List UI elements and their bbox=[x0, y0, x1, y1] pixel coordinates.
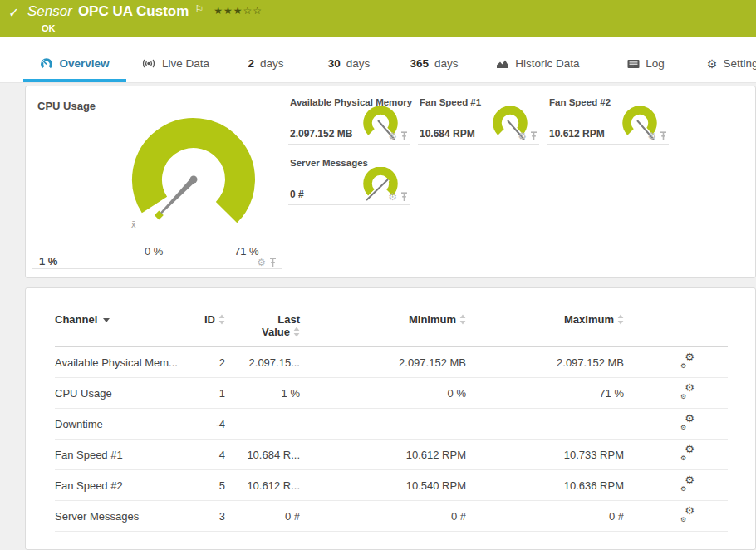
pin-icon[interactable] bbox=[400, 131, 408, 141]
last-value-cell: 0 # bbox=[225, 501, 300, 532]
gear-icon[interactable]: ⚙ bbox=[518, 131, 527, 141]
area-chart-icon bbox=[496, 59, 509, 69]
channel-name-cell[interactable]: Server Messages bbox=[55, 501, 200, 532]
fan-speed-2-card[interactable]: Fan Speed #2 10.612 RPM ⚙ bbox=[547, 95, 669, 145]
gauge-max-label: 71 % bbox=[234, 245, 259, 258]
maximum-cell: 10.636 RPM bbox=[466, 470, 624, 501]
tab-label: days bbox=[346, 57, 371, 70]
column-label: Maximum bbox=[564, 313, 614, 326]
tab-live-data[interactable]: Live Data bbox=[126, 37, 224, 82]
gear-icon[interactable]: ⚙ bbox=[647, 131, 656, 141]
channel-name-cell[interactable]: Downtime bbox=[55, 409, 200, 440]
status-badge: OK bbox=[42, 23, 56, 33]
gear-icon: ⚙ bbox=[685, 413, 695, 424]
channel-name-cell[interactable]: CPU Usage bbox=[55, 378, 200, 409]
channel-settings-gears-icon[interactable]: ⚙⚙ bbox=[680, 508, 695, 521]
gear-icon: ⚙ bbox=[685, 444, 695, 454]
flag-icon[interactable]: ⚐ bbox=[194, 3, 204, 15]
table-row: Downtime -4 ⚙⚙ bbox=[55, 409, 728, 440]
tab-2-days[interactable]: 2 days bbox=[224, 37, 307, 82]
sort-icon bbox=[218, 314, 225, 325]
column-header-channel[interactable]: Channel bbox=[55, 308, 200, 347]
channel-settings-gears-icon[interactable]: ⚙⚙ bbox=[680, 355, 695, 367]
channel-last-value: 10.684 RPM bbox=[420, 128, 475, 140]
gear-icon: ⚙ bbox=[685, 474, 695, 485]
channel-settings-gears-icon[interactable]: ⚙⚙ bbox=[680, 416, 695, 429]
channel-last-value: 10.612 RPM bbox=[549, 128, 605, 140]
maximum-cell: 2.097.152 MB bbox=[466, 347, 624, 378]
fan-speed-1-card[interactable]: Fan Speed #1 10.684 RPM ⚙ bbox=[418, 95, 539, 145]
tab-log[interactable]: Log bbox=[598, 37, 694, 82]
gear-icon: ⚙ bbox=[685, 351, 695, 362]
column-header-minimum[interactable]: Minimum bbox=[300, 308, 466, 347]
channel-settings-gears-icon[interactable]: ⚙⚙ bbox=[680, 478, 695, 490]
pin-icon[interactable] bbox=[269, 258, 277, 268]
card-tools: ⚙ bbox=[647, 131, 667, 141]
average-marker: x̄ bbox=[131, 219, 136, 229]
channel-id-cell: 4 bbox=[200, 440, 225, 470]
overview-panel: CPU Usage x̄ 0 % 71 % 1 % ⚙ bbox=[25, 86, 756, 278]
tab-settings[interactable]: ⚙ Settings bbox=[694, 37, 756, 82]
cpu-usage-card[interactable]: CPU Usage x̄ 0 % 71 % 1 % ⚙ bbox=[32, 95, 282, 269]
priority-stars[interactable]: ★★★☆☆ bbox=[214, 5, 263, 17]
tab-historic-data[interactable]: Historic Data bbox=[478, 37, 598, 82]
channel-id-cell: 3 bbox=[200, 501, 225, 532]
channel-name-cell[interactable]: Fan Speed #1 bbox=[55, 440, 200, 470]
tab-label: Live Data bbox=[162, 57, 209, 70]
available-memory-card[interactable]: Available Physical Memory 2.097.152 MB ⚙ bbox=[288, 95, 410, 145]
table-header-row: Channel ID Last Value Minimum bbox=[55, 308, 728, 347]
pin-icon[interactable] bbox=[400, 192, 408, 202]
column-label: ID bbox=[204, 313, 215, 326]
tab-30-days[interactable]: 30 days bbox=[307, 37, 390, 82]
cpu-gauge: x̄ bbox=[115, 116, 272, 241]
minimum-cell: 0 # bbox=[300, 501, 466, 532]
channel-name-cell[interactable]: Fan Speed #2 bbox=[55, 470, 200, 501]
tab-number: 2 bbox=[248, 57, 254, 70]
column-header-last-value[interactable]: Last Value bbox=[225, 308, 300, 347]
last-value-cell: 10.684 R... bbox=[225, 440, 300, 470]
gear-icon[interactable]: ⚙ bbox=[388, 192, 397, 202]
tab-label: Historic Data bbox=[515, 57, 579, 70]
channels-table: Channel ID Last Value Minimum bbox=[55, 308, 728, 532]
tab-label: days bbox=[434, 57, 459, 70]
channel-settings-gears-icon[interactable]: ⚙⚙ bbox=[680, 447, 695, 459]
log-list-icon bbox=[627, 59, 640, 69]
last-value-cell: 2.097.15... bbox=[225, 347, 300, 378]
tab-label: Settings bbox=[723, 57, 756, 70]
card-tools: ⚙ bbox=[388, 131, 408, 141]
column-label: Last bbox=[277, 313, 300, 326]
gear-icon: ⚙ bbox=[680, 425, 686, 431]
sensor-name: OPC UA Custom bbox=[78, 3, 189, 20]
card-tools: ⚙ bbox=[518, 131, 538, 141]
tab-label: Overview bbox=[59, 57, 109, 70]
minimum-cell: 2.097.152 MB bbox=[300, 347, 466, 378]
channel-settings-gears-icon[interactable]: ⚙⚙ bbox=[680, 385, 695, 398]
server-messages-card[interactable]: Server Messages 0 # ⚙ bbox=[288, 155, 410, 205]
minimum-cell: 10.540 RPM bbox=[300, 470, 466, 501]
tab-label: days bbox=[260, 57, 284, 70]
sort-caret-down-icon bbox=[103, 318, 110, 322]
tab-365-days[interactable]: 365 days bbox=[390, 37, 478, 82]
channel-name-cell[interactable]: Available Physical Mem... bbox=[55, 347, 200, 378]
column-header-maximum[interactable]: Maximum bbox=[466, 308, 624, 347]
stars-empty: ☆☆ bbox=[243, 5, 263, 17]
pin-icon[interactable] bbox=[530, 131, 538, 141]
last-value-cell: 1 % bbox=[225, 378, 300, 409]
channel-card-title: CPU Usage bbox=[37, 100, 96, 112]
tab-bar: Overview Live Data 2 days 30 days 365 da… bbox=[0, 37, 756, 83]
sort-icon bbox=[293, 327, 300, 337]
maximum-cell: 71 % bbox=[466, 378, 624, 409]
gear-icon[interactable]: ⚙ bbox=[257, 258, 266, 268]
pin-icon[interactable] bbox=[660, 131, 667, 141]
tab-label: Log bbox=[646, 57, 665, 70]
gear-icon[interactable]: ⚙ bbox=[388, 131, 397, 141]
channel-last-value: 0 # bbox=[290, 189, 304, 200]
gear-icon: ⚙ bbox=[680, 363, 686, 370]
column-header-id[interactable]: ID bbox=[200, 308, 225, 347]
gear-icon: ⚙ bbox=[685, 505, 695, 516]
tab-overview[interactable]: Overview bbox=[23, 37, 126, 82]
column-label: Minimum bbox=[409, 313, 456, 326]
table-row: Available Physical Mem... 2 2.097.15... … bbox=[55, 347, 728, 378]
gear-icon: ⚙ bbox=[680, 517, 686, 523]
channel-id-cell: 1 bbox=[200, 378, 225, 409]
